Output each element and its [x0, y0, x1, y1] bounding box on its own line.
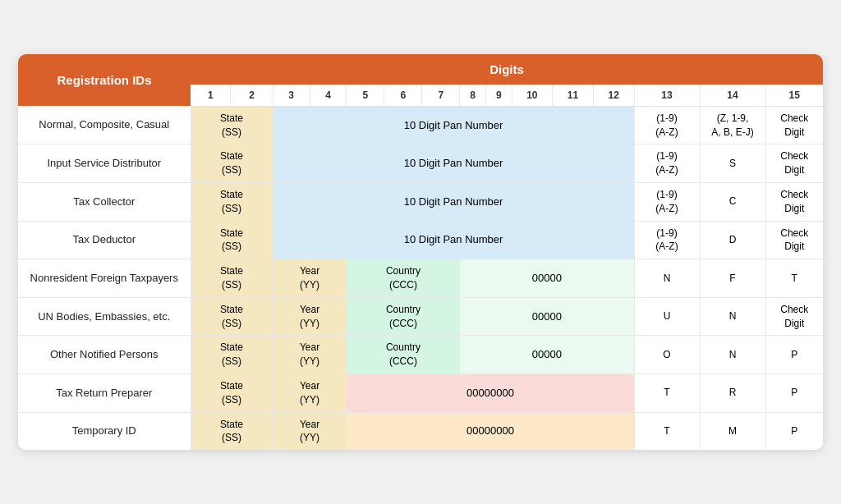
table-row: Input Service Distributor State (SS) 10 … — [18, 144, 823, 183]
col14-cell: N — [700, 336, 765, 374]
col-num-4: 4 — [310, 85, 347, 107]
pan-cell: 10 Digit Pan Number — [273, 144, 634, 183]
col14-cell: S — [700, 144, 765, 183]
col15-cell: Check Digit — [765, 106, 823, 144]
col14-cell: C — [700, 183, 765, 222]
zeros8-cell: 00000000 — [347, 373, 634, 412]
state-cell: State (SS) — [191, 297, 273, 336]
col15-cell: Check Digit — [765, 221, 823, 259]
year-cell: Year (YY) — [273, 259, 347, 298]
country-cell: Country (CCC) — [347, 336, 460, 374]
col15-cell: T — [765, 259, 823, 298]
col-num-12: 12 — [593, 85, 634, 107]
table-row: Nonresident Foreign Taxpayers State (SS)… — [18, 259, 823, 298]
table-row: Tax Deductor State (SS) 10 Digit Pan Num… — [18, 221, 823, 259]
year-cell: Year (YY) — [273, 336, 347, 374]
col-num-14: 14 — [700, 85, 765, 107]
col15-cell: P — [765, 412, 823, 450]
col15-cell: P — [765, 336, 823, 374]
col-num-8: 8 — [460, 85, 486, 107]
state-cell: State (SS) — [191, 106, 273, 144]
col14-cell: N — [700, 297, 765, 336]
reg-ids-header: Registration IDs — [18, 54, 191, 107]
col-num-13: 13 — [634, 85, 700, 107]
state-cell: State (SS) — [191, 144, 273, 183]
row-label: Nonresident Foreign Taxpayers — [18, 259, 191, 298]
col15-cell: Check Digit — [765, 183, 823, 222]
col15-cell: Check Digit — [765, 297, 823, 336]
row-label: Tax Deductor — [18, 221, 191, 259]
col13-cell: T — [634, 412, 700, 450]
col-num-9: 9 — [485, 85, 512, 107]
col-num-5: 5 — [347, 85, 384, 107]
col13-cell: U — [634, 297, 700, 336]
state-cell: State (SS) — [191, 221, 273, 259]
col-num-15: 15 — [765, 85, 823, 107]
col14-cell: D — [700, 221, 765, 259]
state-cell: State (SS) — [191, 412, 273, 450]
col-num-3: 3 — [273, 85, 310, 107]
table-row: Other Notified Persons State (SS) Year (… — [18, 336, 823, 374]
pan-cell: 10 Digit Pan Number — [273, 183, 634, 222]
col14-cell: (Z, 1-9, A, B, E-J) — [700, 106, 765, 144]
table-row: Tax Collector State (SS) 10 Digit Pan Nu… — [18, 183, 823, 222]
zeros-cell: 00000 — [460, 297, 634, 336]
row-label: Temporary ID — [18, 412, 191, 450]
pan-cell: 10 Digit Pan Number — [273, 221, 634, 259]
col13-cell: (1-9) (A-Z) — [634, 183, 700, 222]
col14-cell: F — [700, 259, 765, 298]
zeros-cell: 00000 — [460, 259, 634, 298]
state-cell: State (SS) — [191, 373, 273, 412]
table-row: Normal, Composite, Casual State (SS) 10 … — [18, 106, 823, 144]
row-label: Input Service Distributor — [18, 144, 191, 183]
col15-cell: Check Digit — [765, 144, 823, 183]
col-num-1: 1 — [191, 85, 231, 107]
col-num-2: 2 — [231, 85, 273, 107]
col14-cell: M — [700, 412, 765, 450]
state-cell: State (SS) — [191, 183, 273, 222]
col15-cell: P — [765, 373, 823, 412]
col-num-11: 11 — [553, 85, 594, 107]
state-cell: State (SS) — [191, 336, 273, 374]
zeros8-cell: 00000000 — [347, 412, 634, 450]
country-cell: Country (CCC) — [347, 297, 460, 336]
table-row: UN Bodies, Embassies, etc. State (SS) Ye… — [18, 297, 823, 336]
pan-cell: 10 Digit Pan Number — [273, 106, 634, 144]
year-cell: Year (YY) — [273, 412, 347, 450]
table-row: Tax Return Preparer State (SS) Year (YY)… — [18, 373, 823, 412]
year-cell: Year (YY) — [273, 373, 347, 412]
col13-cell: T — [634, 373, 700, 412]
country-cell: Country (CCC) — [347, 259, 460, 298]
col14-cell: R — [700, 373, 765, 412]
col13-cell: (1-9) (A-Z) — [634, 144, 700, 183]
year-cell: Year (YY) — [273, 297, 347, 336]
col13-cell: (1-9) (A-Z) — [634, 106, 700, 144]
row-label: Tax Return Preparer — [18, 373, 191, 412]
table-row: Temporary ID State (SS) Year (YY) 000000… — [18, 412, 823, 450]
row-label: Normal, Composite, Casual — [18, 106, 191, 144]
digits-header: Digits — [191, 54, 823, 85]
col-num-6: 6 — [384, 85, 422, 107]
col13-cell: O — [634, 336, 700, 374]
state-cell: State (SS) — [191, 259, 273, 298]
zeros-cell: 00000 — [460, 336, 634, 374]
row-label: UN Bodies, Embassies, etc. — [18, 297, 191, 336]
col-num-10: 10 — [512, 85, 553, 107]
row-label: Other Notified Persons — [18, 336, 191, 374]
col-num-7: 7 — [422, 85, 460, 107]
row-label: Tax Collector — [18, 183, 191, 222]
col13-cell: N — [634, 259, 700, 298]
registration-table: Registration IDs Digits 1 2 3 4 5 6 7 8 … — [18, 54, 823, 450]
col13-cell: (1-9) (A-Z) — [634, 221, 700, 259]
